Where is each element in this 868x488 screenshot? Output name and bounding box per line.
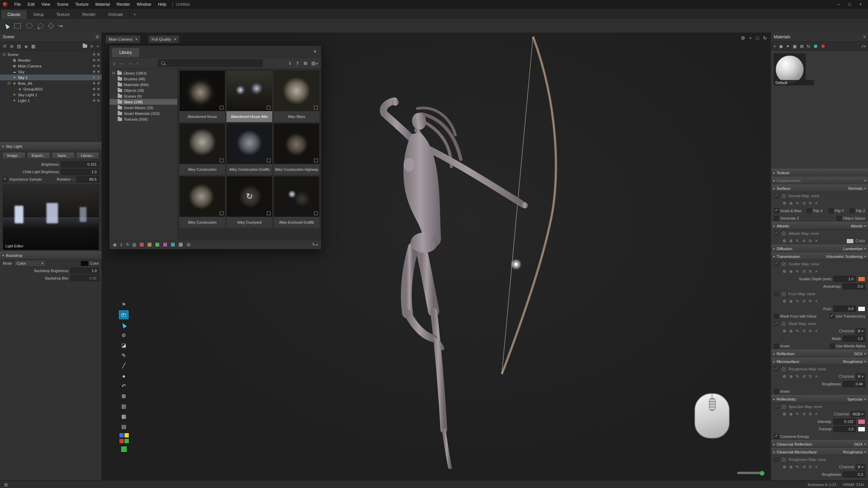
reload-icon[interactable]: ↻ [809,412,812,416]
channel-select[interactable]: R▾ [856,373,865,380]
menu-window[interactable]: Window [134,0,154,9]
paint-icon[interactable]: ✎ [796,329,799,333]
tree-item-sky-1[interactable]: ☀ Sky 1 [0,75,102,80]
reset-icon[interactable]: ↺ [802,329,806,333]
thumbnail-checkbox[interactable] [314,211,318,215]
zoom-icon[interactable]: ⊕ [789,299,793,304]
visibility-toggle[interactable] [97,53,100,56]
scale-bias-checkbox[interactable] [774,208,779,213]
minimize-icon[interactable]: ─ [834,1,844,8]
undo-tool[interactable]: ↶ [118,381,130,391]
albedo-color-swatch[interactable] [846,239,854,244]
settings-icon[interactable]: ⚙ [783,374,786,379]
sync-icon[interactable]: ↻ [126,242,130,247]
mask-tool[interactable]: ⊘ [118,330,130,340]
specular-map-checkbox[interactable] [774,404,779,409]
tree-item-light-1[interactable]: ✦ Light 1 [0,98,102,103]
tag-swatch[interactable] [139,242,144,247]
mask-fuzz-gloss-checkbox[interactable] [774,314,779,319]
specular-map-slot[interactable] [781,404,787,410]
clearcoat-reflection-select[interactable]: GGX▾ [854,442,866,446]
menu-view[interactable]: View [38,0,53,9]
section-microsurface[interactable]: ▸Microsurface: Roughness▾ [771,358,868,365]
tab-setup[interactable]: Setup [27,10,50,19]
rotation-field[interactable]: 86.5 [77,176,99,182]
duplicate-material-icon[interactable]: ◉ [779,44,783,49]
tag-swatch[interactable] [186,242,191,247]
albedo-map-slot[interactable] [781,231,787,237]
paint-icon[interactable]: ✎ [796,201,799,206]
close-icon[interactable]: × [856,1,865,8]
child-brightness-field[interactable]: 1.0 [61,169,99,175]
reload-icon[interactable]: ↻ [809,201,812,206]
thumbnail-checkbox[interactable] [267,211,271,215]
tag-swatch[interactable] [155,242,160,247]
fuzz-color-swatch[interactable] [858,306,865,311]
roughness-map-checkbox[interactable] [774,367,779,371]
reset-icon[interactable]: ↺ [802,239,806,243]
backdrop-brightness-field[interactable]: 1.0 [71,268,99,274]
swatch-yellow[interactable] [124,433,129,438]
group-icon[interactable]: ◈ [24,44,28,49]
clear-icon[interactable]: × [815,412,817,416]
folder-icon[interactable]: ▣ [793,44,797,49]
reset-icon[interactable]: ↺ [802,269,806,274]
palette-pin-icon[interactable]: ⚑ [121,302,126,308]
folder-smart-masks[interactable]: Smart Masks (18) [110,105,177,110]
tab-animate[interactable]: Animate [102,10,130,19]
lock-toggle[interactable] [93,65,95,67]
add-folder-icon[interactable]: + [96,44,99,49]
thumbnail-checkbox[interactable] [220,159,223,162]
anisotropy-field[interactable]: 0.0 [843,283,865,289]
popout-icon[interactable]: ⊞ [96,35,99,39]
scatter-depth-field[interactable]: 1.0 [833,276,856,282]
extension-toggle[interactable]: -/+ [861,44,866,49]
export-icon[interactable]: ⇑ [296,61,299,66]
reload-icon[interactable]: ↻ [809,239,812,243]
menu-render[interactable]: Render [114,0,133,9]
section-clearcoat-microsurface[interactable]: ▸Clearcoat Microsurface: Roughness▾ [771,448,868,456]
light-gizmo[interactable] [510,259,522,270]
library-thumbnail[interactable]: Alley Construction Highway [274,123,319,175]
lock-toggle[interactable] [93,70,95,73]
move-widget-icon[interactable]: + [749,35,752,41]
sphere-preview-red-icon[interactable] [821,44,825,48]
swatch-red[interactable] [119,439,124,444]
tree-item-sky-light-1[interactable]: ☀ Sky Light 1 [0,92,102,98]
material-thumbnail[interactable]: Default [774,54,806,85]
fuzz-field[interactable]: 0.0 [833,306,856,312]
reload-icon[interactable]: ↻ [809,329,812,333]
library-thumbnail[interactable]: Alley Enclosed Graffiti [274,176,319,228]
save-button[interactable]: Save... [52,152,75,159]
visibility-toggle[interactable] [97,94,100,96]
lock-toggle[interactable] [93,53,95,56]
library-thumbnail[interactable]: ↻ Alley Courtyard [226,176,272,228]
quality-select[interactable]: Full Quality▾ [148,35,179,43]
eraser-tool[interactable]: ◪ [118,340,130,350]
back-icon[interactable]: ← [120,61,124,66]
section-texture[interactable]: ▸Texture [771,169,868,177]
roughness-map-slot[interactable] [781,366,787,372]
image-tool[interactable]: ▦ [118,411,130,422]
viewport-settings-icon[interactable]: ⚙ [741,35,745,41]
visibility-toggle[interactable] [97,82,100,84]
zoom-icon[interactable]: ⊕ [789,374,793,379]
library-thumbnail[interactable]: Abandoned House [179,70,225,122]
grid-icon[interactable]: ▦ [31,44,35,49]
menu-help[interactable]: Help [155,0,170,9]
reflectivity-select[interactable]: Specular▾ [847,397,866,401]
menu-file[interactable]: File [11,0,24,9]
folder-brushes[interactable]: Brushes (48) [110,76,177,82]
mask-map-slot[interactable] [781,321,787,327]
zoom-icon[interactable]: ⊕ [789,329,793,333]
foreground-color-swatch[interactable] [121,446,127,452]
clear-icon[interactable]: × [815,329,817,333]
paint-icon[interactable]: ✎ [796,239,799,243]
add-material-icon[interactable]: + [773,44,776,49]
object-space-checkbox[interactable] [837,216,842,221]
clearcoat-roughness-map-slot[interactable] [781,457,787,463]
tree-item-main-camera[interactable]: ◉ Main Camera [0,63,102,69]
library-thumbnail[interactable]: Alley Construction [179,176,225,228]
zoom-icon[interactable]: ⊕ [789,269,793,274]
maximize-icon[interactable]: □ [845,1,854,8]
